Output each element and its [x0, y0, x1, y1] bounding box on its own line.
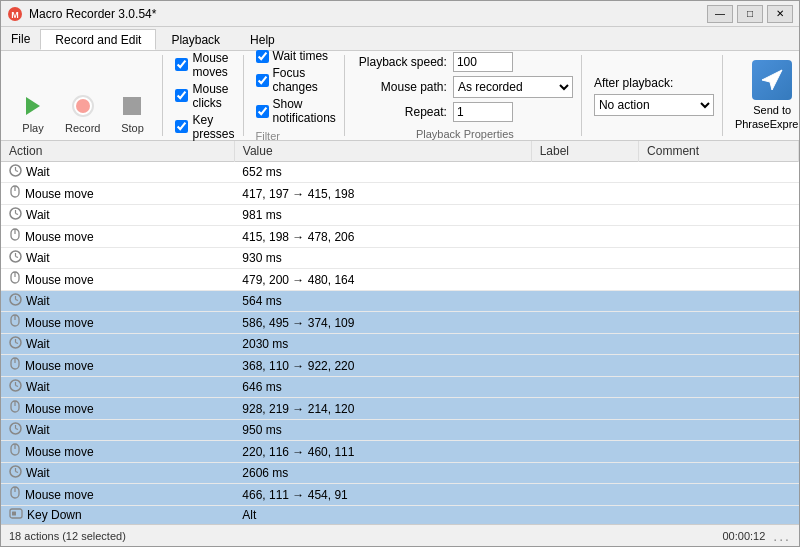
focus-changes-checkbox[interactable]: [256, 74, 269, 87]
svg-rect-43: [12, 512, 16, 516]
app-icon: M: [7, 6, 23, 22]
maximize-button[interactable]: □: [737, 5, 763, 23]
close-button[interactable]: ✕: [767, 5, 793, 23]
mouse-path-row: Mouse path: As recorded Direct Curved: [357, 76, 573, 98]
row-type-icon: [9, 164, 22, 180]
cell-action: Mouse move: [1, 484, 234, 506]
svg-line-34: [16, 429, 19, 430]
svg-line-24: [16, 343, 19, 344]
repeat-row: Repeat:: [357, 102, 573, 122]
playback-speed-row: Playback speed:: [357, 52, 573, 72]
record-options-group: Mouse moves Mouse clicks Key presses: [167, 55, 243, 136]
row-type-icon: [9, 486, 21, 503]
cell-label: [531, 420, 638, 441]
playback-speed-input[interactable]: [453, 52, 513, 72]
table-row[interactable]: Wait 930 ms: [1, 248, 799, 269]
row-type-icon: [9, 185, 21, 202]
tab-record-and-edit[interactable]: Record and Edit: [40, 29, 156, 50]
col-label: Label: [531, 141, 638, 162]
menu-file[interactable]: File: [1, 27, 40, 50]
table-row[interactable]: Wait 564 ms: [1, 291, 799, 312]
cell-action: Mouse move: [1, 183, 234, 205]
wait-times-option[interactable]: Wait times: [256, 49, 336, 63]
cell-action: Wait: [1, 162, 234, 183]
cell-label: [531, 441, 638, 463]
stop-button[interactable]: Stop: [112, 88, 152, 136]
clock-icon: [9, 465, 22, 478]
mouse-moves-option[interactable]: Mouse moves: [175, 51, 234, 79]
cell-value: 415, 198 → 478, 206: [234, 226, 531, 248]
table-row[interactable]: Wait 652 ms: [1, 162, 799, 183]
row-type-icon: [9, 271, 21, 288]
cell-action: Wait: [1, 205, 234, 226]
action-text: Wait: [26, 380, 50, 394]
cell-label: [531, 334, 638, 355]
play-button[interactable]: Play: [13, 88, 53, 136]
table-row[interactable]: Mouse move 928, 219 → 214, 120: [1, 398, 799, 420]
action-text: Wait: [26, 423, 50, 437]
table-row[interactable]: Key Down Alt: [1, 506, 799, 525]
table-row[interactable]: Mouse move 466, 111 → 454, 91: [1, 484, 799, 506]
repeat-label: Repeat:: [357, 105, 447, 119]
row-type-icon: [9, 314, 21, 331]
action-text: Mouse move: [25, 230, 94, 244]
row-type-icon: [9, 207, 22, 223]
table-row[interactable]: Wait 2606 ms: [1, 463, 799, 484]
show-notifications-checkbox[interactable]: [256, 105, 269, 118]
svg-line-9: [16, 214, 19, 215]
cell-action: Mouse move: [1, 441, 234, 463]
show-notifications-option[interactable]: Show notifications: [256, 97, 336, 125]
mouse-path-select[interactable]: As recorded Direct Curved: [453, 76, 573, 98]
cell-comment: [639, 205, 799, 226]
record-button[interactable]: Record: [61, 88, 104, 136]
row-type-icon: [9, 443, 21, 460]
table-row[interactable]: Wait 2030 ms: [1, 334, 799, 355]
cell-value: 652 ms: [234, 162, 531, 183]
table-row[interactable]: Wait 981 ms: [1, 205, 799, 226]
table-row[interactable]: Mouse move 220, 116 → 460, 111: [1, 441, 799, 463]
cell-value: Alt: [234, 506, 531, 525]
key-presses-checkbox[interactable]: [175, 120, 188, 133]
action-text: Mouse move: [25, 187, 94, 201]
after-playback-label: After playback:: [594, 76, 673, 90]
cell-action: Mouse move: [1, 269, 234, 291]
cell-comment: [639, 441, 799, 463]
status-text: 18 actions (12 selected): [9, 530, 126, 542]
cell-label: [531, 463, 638, 484]
table-row[interactable]: Mouse move 417, 197 → 415, 198: [1, 183, 799, 205]
tab-help[interactable]: Help: [235, 29, 290, 50]
after-playback-select[interactable]: No action Close Shutdown: [594, 94, 714, 116]
table-row[interactable]: Mouse move 479, 200 → 480, 164: [1, 269, 799, 291]
table-row[interactable]: Wait 950 ms: [1, 420, 799, 441]
cell-value: 417, 197 → 415, 198: [234, 183, 531, 205]
table-row[interactable]: Mouse move 368, 110 → 922, 220: [1, 355, 799, 377]
record-icon: [67, 90, 99, 122]
mouse-clicks-option[interactable]: Mouse clicks: [175, 82, 234, 110]
action-text: Key Down: [27, 508, 82, 522]
focus-changes-option[interactable]: Focus changes: [256, 66, 336, 94]
key-presses-option[interactable]: Key presses: [175, 113, 234, 141]
repeat-input[interactable]: [453, 102, 513, 122]
cell-action: Mouse move: [1, 398, 234, 420]
table-row[interactable]: Mouse move 586, 495 → 374, 109: [1, 312, 799, 334]
cell-value: 586, 495 → 374, 109: [234, 312, 531, 334]
status-time: 00:00:12: [723, 530, 766, 542]
table-row[interactable]: Mouse move 415, 198 → 478, 206: [1, 226, 799, 248]
minimize-button[interactable]: —: [707, 5, 733, 23]
cell-label: [531, 226, 638, 248]
table-row[interactable]: Wait 646 ms: [1, 377, 799, 398]
send-to-phraseexpress-button[interactable]: Send toPhraseExpress: [727, 56, 800, 136]
tab-playback[interactable]: Playback: [156, 29, 235, 50]
action-text: Wait: [26, 294, 50, 308]
mouse-moves-checkbox[interactable]: [175, 58, 188, 71]
action-text: Wait: [26, 251, 50, 265]
playback-speed-label: Playback speed:: [357, 55, 447, 69]
playback-options-group: Wait times Focus changes Show notificati…: [248, 55, 345, 136]
cell-value: 930 ms: [234, 248, 531, 269]
after-playback-section: After playback: No action Close Shutdown: [586, 55, 723, 136]
mouse-clicks-checkbox[interactable]: [175, 89, 188, 102]
play-label: Play: [22, 122, 43, 134]
action-text: Wait: [26, 208, 50, 222]
cell-value: 220, 116 → 460, 111: [234, 441, 531, 463]
wait-times-checkbox[interactable]: [256, 50, 269, 63]
